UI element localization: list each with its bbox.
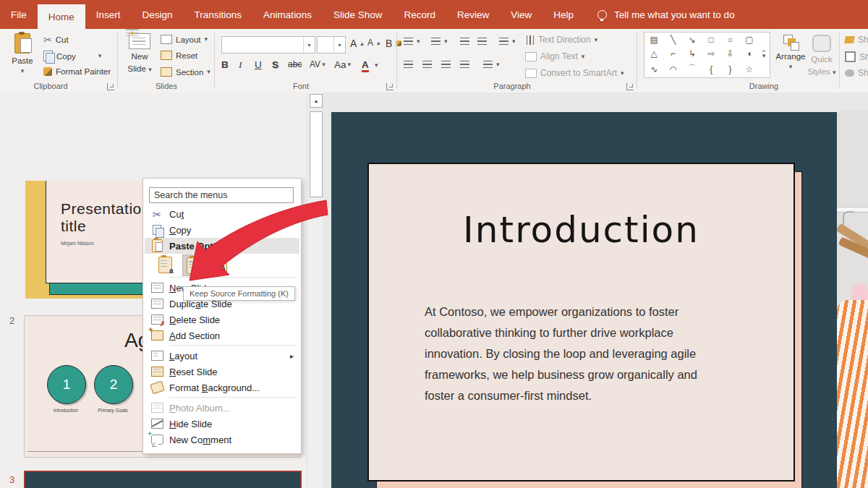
new-slide-button[interactable]: ✦ New Slide ▾ — [123, 33, 156, 74]
shape-scribble-icon[interactable]: ∿ — [650, 64, 658, 74]
quick-styles-button[interactable]: Quick Styles ▾ — [807, 35, 836, 77]
shrink-font-button[interactable]: A▴ — [367, 38, 380, 48]
menu-item-reset-slide[interactable]: Reset Slide — [145, 364, 299, 380]
menu-search-input[interactable] — [149, 187, 294, 203]
menu-item-photo-album[interactable]: Photo Album... — [145, 400, 299, 416]
tab-transitions[interactable]: Transitions — [184, 0, 253, 29]
tell-me-box[interactable]: Tell me what you want to do — [597, 0, 735, 29]
shape-fill-button[interactable]: Shape Fill — [845, 35, 868, 45]
menu-item-add-section[interactable]: ✦ Add Section — [145, 328, 299, 343]
italic-button[interactable]: I — [239, 59, 242, 71]
shape-left-brace-icon[interactable]: { — [710, 64, 712, 74]
font-name-combo[interactable]: ▾ — [221, 36, 315, 53]
menu-item-hide-slide[interactable]: Hide Slide — [145, 416, 299, 432]
scrollbar-up-button[interactable]: ▴ — [310, 94, 323, 108]
slide-body-text[interactable]: At Contoso, we empower organizations to … — [425, 301, 710, 406]
paste-button[interactable]: Paste ▾ — [6, 33, 39, 74]
shape-arrow-icon[interactable]: ↘ — [689, 35, 696, 45]
tab-design[interactable]: Design — [132, 0, 184, 29]
text-shadow-button[interactable]: S — [272, 59, 278, 70]
dialog-launcher-icon[interactable] — [626, 83, 634, 90]
shape-oval-icon[interactable]: ○ — [728, 35, 733, 45]
format-painter-button[interactable]: Format Painter — [43, 67, 111, 76]
cut-button[interactable]: ✂ Cut — [43, 35, 69, 45]
menu-item-layout[interactable]: Layout ▸ — [145, 348, 299, 364]
align-text-button[interactable]: Align Text ▾ — [525, 51, 584, 61]
convert-to-smartart-button[interactable]: Convert to SmartArt ▾ — [525, 68, 624, 78]
shape-right-arrow-icon[interactable]: ⇨ — [707, 48, 715, 59]
shape-down-arrow-icon[interactable]: ⇩ — [726, 48, 733, 59]
tab-home[interactable]: Home — [38, 4, 85, 29]
tab-view[interactable]: View — [500, 0, 542, 29]
text-direction-button[interactable]: Text Direction ▾ — [525, 35, 597, 45]
menu-item-new-comment[interactable]: + New Comment — [145, 432, 299, 448]
font-size-field[interactable] — [318, 37, 333, 53]
columns-button[interactable]: ▾ — [483, 61, 500, 69]
shape-triangle-icon[interactable]: △ — [651, 48, 658, 59]
numbering-button[interactable]: ▾ — [431, 38, 448, 46]
align-right-button[interactable] — [441, 61, 451, 69]
paste-use-destination-theme-button[interactable]: a — [155, 254, 175, 275]
tab-review[interactable]: Review — [446, 0, 500, 29]
shape-elbow-icon[interactable]: ⌐ — [671, 48, 676, 59]
main-slide[interactable]: Introduction At Contoso, we empower orga… — [331, 112, 868, 488]
arrange-button[interactable]: Arrange ▾ — [774, 35, 807, 70]
tab-insert[interactable]: Insert — [85, 0, 132, 29]
chevron-down-icon[interactable]: ▾ — [333, 37, 345, 53]
chevron-down-icon[interactable]: ▾ — [303, 37, 315, 53]
tab-file[interactable]: File — [0, 0, 38, 29]
slide-card[interactable]: Introduction At Contoso, we empower orga… — [367, 163, 795, 481]
bold-button[interactable]: B — [221, 59, 229, 70]
slide-editing-canvas[interactable]: Introduction At Contoso, we empower orga… — [323, 93, 868, 488]
tab-slide-show[interactable]: Slide Show — [323, 0, 393, 29]
shape-line-icon[interactable]: ╲ — [671, 35, 676, 45]
clear-formatting-button[interactable]: B — [386, 38, 401, 49]
dialog-launcher-icon[interactable] — [386, 83, 393, 90]
shape-elbow-arrow-icon[interactable]: ↳ — [689, 48, 696, 59]
font-name-field[interactable] — [222, 37, 303, 53]
slide-thumbnail-3-selected[interactable]: Introductio At Contoso, we empower organ… — [24, 471, 302, 488]
menu-item-format-background[interactable]: Format Background... — [145, 380, 299, 395]
section-button[interactable]: Section ▾ — [161, 67, 210, 77]
shape-textbox-icon[interactable]: ▤ — [650, 35, 658, 45]
strikethrough-button[interactable]: abc — [288, 59, 302, 69]
copy-button[interactable]: Copy ▾ — [43, 51, 101, 61]
shape-curve-icon[interactable]: ⌒ — [688, 63, 697, 75]
bullets-button[interactable]: ▾ — [404, 38, 420, 46]
tab-animations[interactable]: Animations — [252, 0, 323, 29]
panel-scrollbar[interactable]: ▴ — [307, 93, 323, 488]
underline-button[interactable]: U — [255, 59, 262, 70]
shape-rectangle-icon[interactable]: □ — [709, 35, 714, 45]
change-case-button[interactable]: Aa▾ — [334, 59, 351, 70]
font-color-chevron[interactable]: ▾ — [375, 62, 378, 69]
reset-button[interactable]: Reset — [161, 51, 197, 60]
tab-help[interactable]: Help — [542, 0, 584, 29]
menu-item-delete-slide[interactable]: ✗ Delete Slide — [145, 312, 299, 328]
scrollbar-thumb[interactable] — [310, 111, 323, 197]
increase-indent-button[interactable] — [477, 38, 487, 46]
character-spacing-button[interactable]: AV▾ — [310, 59, 326, 69]
shape-star-icon[interactable]: ☆ — [745, 64, 753, 74]
shape-partial-circle-icon[interactable]: ◖ — [746, 48, 752, 59]
line-spacing-button[interactable]: ▾ — [499, 38, 516, 46]
shape-arc-icon[interactable]: ◠ — [669, 64, 676, 74]
shape-rounded-rectangle-icon[interactable]: ▢ — [745, 35, 753, 45]
font-size-combo[interactable]: ▾ — [317, 36, 346, 53]
shapes-gallery[interactable]: ▤ ╲ ↘ □ ○ ▢ △ ⌐ ↳ ⇨ ⇩ ◖ ∿ ◠ ⌒ { } ☆ — [644, 32, 760, 78]
slide-title[interactable]: Introduction — [369, 209, 793, 251]
decrease-indent-button[interactable] — [460, 38, 469, 46]
shapes-gallery-more-button[interactable]: ▾ — [758, 32, 770, 78]
layout-button[interactable]: Layout ▾ — [161, 35, 208, 44]
paste-keep-source-formatting-button[interactable]: ✎ — [182, 254, 204, 276]
justify-button[interactable] — [460, 61, 469, 69]
align-center-button[interactable] — [422, 61, 432, 69]
align-left-button[interactable] — [404, 61, 413, 69]
menu-item-paste-options[interactable]: Paste Options — [145, 238, 299, 254]
menu-item-cut[interactable]: ✂ Cut — [145, 206, 299, 222]
paste-keep-text-only-button[interactable]: A — [210, 254, 230, 275]
shape-right-brace-icon[interactable]: } — [728, 64, 731, 74]
shape-effects-button[interactable]: Shape Effects — [845, 68, 868, 78]
dialog-launcher-icon[interactable] — [107, 83, 114, 90]
grow-font-button[interactable]: A▴ — [350, 38, 364, 49]
menu-item-copy[interactable]: Copy — [145, 222, 299, 238]
